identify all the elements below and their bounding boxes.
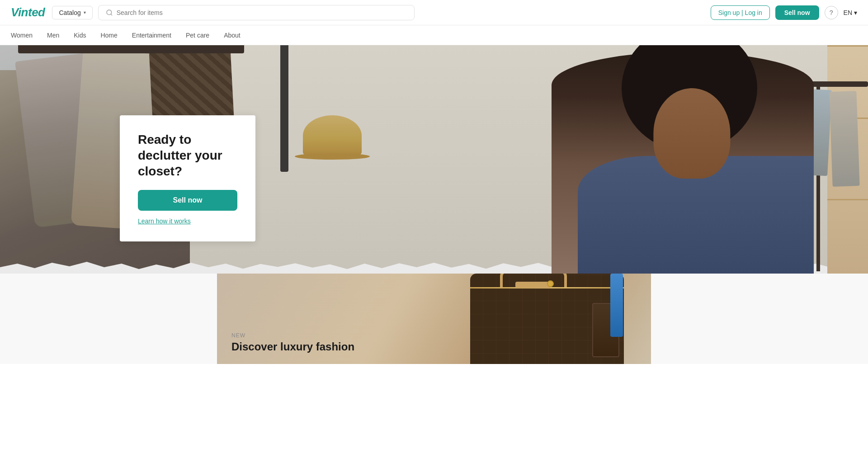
hero-sell-button[interactable]: Sell now	[138, 190, 237, 211]
nav-item-about[interactable]: About	[224, 30, 241, 41]
luxury-card[interactable]: NEW Discover luxury fashion	[217, 274, 651, 364]
main-nav: Women Men Kids Home Entertainment Pet ca…	[0, 25, 868, 45]
header: Vinted Catalog ▾ Sign up | Log in Sell n…	[0, 0, 868, 25]
pipe	[280, 45, 288, 172]
search-input[interactable]	[117, 9, 407, 16]
lang-chevron-icon: ▾	[854, 9, 857, 16]
language-button[interactable]: EN ▾	[844, 9, 857, 16]
hero-section: Ready to declutter your closet? Sell now…	[0, 45, 868, 274]
header-right: Sign up | Log in Sell now ? EN ▾	[711, 5, 857, 20]
hero-card: Ready to declutter your closet? Sell now…	[120, 115, 255, 241]
search-icon	[106, 9, 113, 16]
hero-learn-link[interactable]: Learn how it works	[138, 217, 191, 225]
hero-title: Ready to declutter your closet?	[138, 132, 237, 179]
luxury-title: Discover luxury fashion	[231, 340, 354, 353]
luxury-text: NEW Discover luxury fashion	[231, 332, 354, 353]
nav-item-pet-care[interactable]: Pet care	[186, 30, 209, 41]
svg-line-1	[111, 14, 112, 15]
person-silhouette	[552, 52, 814, 274]
svg-point-0	[107, 10, 112, 15]
bag-clasp	[515, 282, 552, 288]
nav-item-women[interactable]: Women	[11, 30, 33, 41]
lang-label: EN	[844, 9, 852, 16]
nav-item-kids[interactable]: Kids	[74, 30, 86, 41]
bag-hardware	[547, 280, 554, 287]
hat	[303, 115, 362, 156]
chevron-down-icon: ▾	[84, 10, 86, 15]
blue-card	[610, 274, 623, 337]
luxury-section-wrapper: NEW Discover luxury fashion	[0, 274, 868, 364]
nav-item-entertainment[interactable]: Entertainment	[132, 30, 171, 41]
catalog-button[interactable]: Catalog ▾	[52, 6, 92, 19]
nav-item-men[interactable]: Men	[47, 30, 59, 41]
auth-button[interactable]: Sign up | Log in	[711, 5, 770, 20]
hanger-bar	[18, 45, 244, 53]
catalog-label: Catalog	[59, 9, 80, 16]
nav-item-home[interactable]: Home	[100, 30, 117, 41]
search-bar	[98, 5, 415, 20]
logo[interactable]: Vinted	[11, 5, 45, 19]
luxury-badge: NEW	[231, 332, 354, 339]
sell-now-header-button[interactable]: Sell now	[775, 5, 819, 20]
help-button[interactable]: ?	[825, 6, 838, 19]
luxury-bag-area	[398, 274, 651, 364]
